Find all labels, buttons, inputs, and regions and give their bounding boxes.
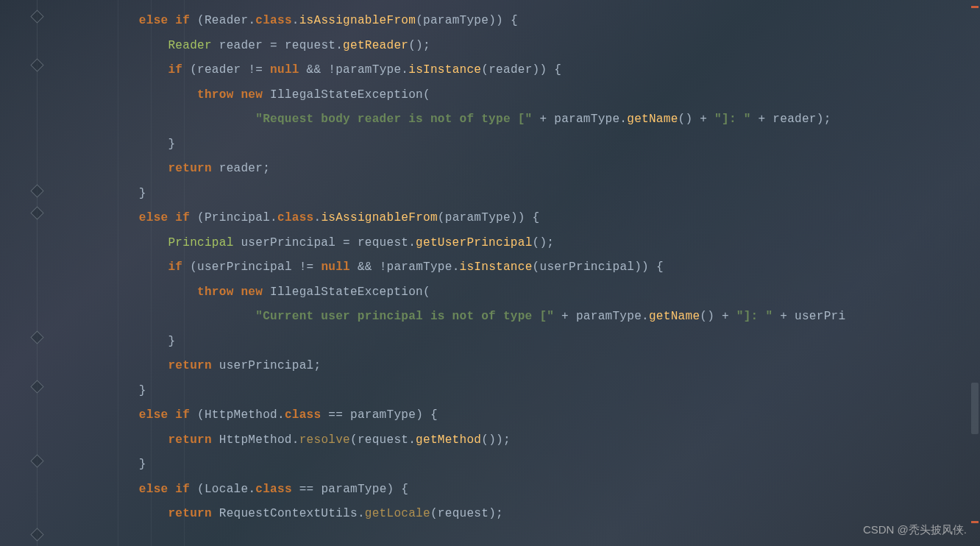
code-token: reader <box>197 63 248 77</box>
code-line[interactable]: } <box>52 132 980 157</box>
code-token: ( <box>190 63 197 77</box>
code-token <box>52 286 197 299</box>
code-line[interactable]: Reader reader = request.getReader(); <box>52 34 980 59</box>
code-token: paramType <box>445 211 511 224</box>
code-token: () + <box>700 310 736 323</box>
code-token: ()); <box>481 433 511 447</box>
fold-marker-icon[interactable] <box>30 454 43 467</box>
scrollbar-error-mark[interactable] <box>971 521 979 523</box>
indent-guide <box>151 0 152 546</box>
code-token: . <box>270 211 277 224</box>
code-token: ) { <box>416 408 438 422</box>
fold-marker-icon[interactable] <box>30 10 43 23</box>
code-token: request <box>358 236 408 249</box>
fold-marker-icon[interactable] <box>30 380 43 393</box>
code-token: Reader <box>168 39 219 52</box>
fold-marker-icon[interactable] <box>30 184 43 197</box>
code-token: ( <box>350 433 358 447</box>
code-line[interactable]: } <box>52 182 980 207</box>
code-token: (); <box>408 39 430 52</box>
scrollbar-error-mark[interactable] <box>971 6 979 8</box>
code-line[interactable]: throw new IllegalStateException( <box>52 280 980 305</box>
editor-gutter[interactable] <box>0 0 52 546</box>
code-token: . <box>642 310 649 323</box>
code-token: . <box>292 433 299 447</box>
code-token: if <box>168 260 190 274</box>
code-token: getName <box>649 310 700 323</box>
fold-marker-icon[interactable] <box>30 330 43 344</box>
code-token: getMethod <box>416 433 481 447</box>
code-line[interactable]: } <box>52 379 980 404</box>
fold-marker-icon[interactable] <box>30 528 43 541</box>
code-token: == <box>328 408 350 422</box>
code-token: isAssignableFrom <box>321 211 437 224</box>
code-token: = <box>270 39 285 52</box>
code-token: ( <box>190 260 197 274</box>
watermark-text: CSDN @秃头披风侠. <box>863 523 967 537</box>
code-token: request <box>285 39 335 52</box>
code-line[interactable]: Principal userPrincipal = request.getUse… <box>52 231 980 256</box>
fold-marker-icon[interactable] <box>30 206 43 219</box>
vertical-scrollbar[interactable] <box>970 0 979 546</box>
code-line[interactable]: else if (HttpMethod.class == paramType) … <box>52 403 980 428</box>
code-token: + <box>751 113 773 126</box>
code-token: . <box>248 14 255 27</box>
code-token: class <box>277 211 314 224</box>
code-token: } <box>52 187 146 200</box>
code-token: else if <box>139 211 197 224</box>
code-token: userPrincipal <box>219 359 314 372</box>
code-token: ( <box>423 286 430 299</box>
code-editor[interactable]: else if (Reader.class.isAssignableFrom(p… <box>0 0 980 546</box>
code-line[interactable]: return RequestContextUtils.getLocale(req… <box>52 502 980 527</box>
code-line[interactable]: if (reader != null && !paramType.isInsta… <box>52 58 980 83</box>
code-line[interactable]: "Request body reader is not of type [" +… <box>52 107 980 132</box>
fold-marker-icon[interactable] <box>30 58 43 71</box>
code-line[interactable]: else if (Principal.class.isAssignableFro… <box>52 206 980 231</box>
code-token: && ! <box>358 260 387 274</box>
code-token: . <box>292 14 299 27</box>
code-token: (); <box>533 236 555 249</box>
code-token: "]: " <box>736 310 773 323</box>
code-token: . <box>452 260 460 274</box>
code-line[interactable]: else if (Locale.class == paramType) { <box>52 478 980 503</box>
code-line[interactable]: return HttpMethod.resolve(request.getMet… <box>52 428 980 453</box>
code-line[interactable]: } <box>52 330 980 355</box>
code-token: + <box>554 310 576 323</box>
code-token: } <box>52 384 146 397</box>
code-line[interactable]: return userPrincipal; <box>52 354 980 379</box>
code-token <box>52 14 139 27</box>
code-token: ; <box>263 162 270 175</box>
code-line[interactable]: } <box>52 453 980 478</box>
code-token: ( <box>197 14 205 27</box>
code-line[interactable]: return reader; <box>52 157 980 182</box>
code-token: return <box>168 507 219 520</box>
code-token: != <box>299 260 322 274</box>
code-line[interactable]: throw new IllegalStateException( <box>52 83 980 108</box>
code-token: getReader <box>343 39 408 52</box>
code-line[interactable]: "Current user principal is not of type [… <box>52 305 980 330</box>
code-token: Locale <box>205 483 248 496</box>
code-token: ( <box>416 14 423 27</box>
code-token: )) { <box>533 63 562 77</box>
code-token: ( <box>430 507 438 520</box>
code-line[interactable]: if (userPrincipal != null && !paramType.… <box>52 255 980 280</box>
code-token: )) { <box>634 260 664 274</box>
code-token: isInstance <box>460 260 533 274</box>
code-line[interactable]: else if (Reader.class.isAssignableFrom(p… <box>52 9 980 34</box>
code-token: null <box>321 260 358 274</box>
code-token: . <box>401 63 408 77</box>
code-token: reader <box>773 113 816 126</box>
code-token: getUserPrincipal <box>416 236 532 249</box>
code-content-area[interactable]: else if (Reader.class.isAssignableFrom(p… <box>52 0 980 546</box>
code-token: return <box>168 162 219 175</box>
code-token: userPrincipal <box>197 260 299 274</box>
scrollbar-thumb[interactable] <box>971 383 979 434</box>
code-token: paramType <box>576 310 642 323</box>
code-token: ( <box>423 88 430 102</box>
code-token: return <box>168 433 219 447</box>
code-token: class <box>255 483 299 496</box>
code-token: throw new <box>197 88 270 102</box>
code-token: class <box>285 408 328 422</box>
code-token: + <box>773 310 795 323</box>
code-token: HttpMethod <box>219 433 292 447</box>
